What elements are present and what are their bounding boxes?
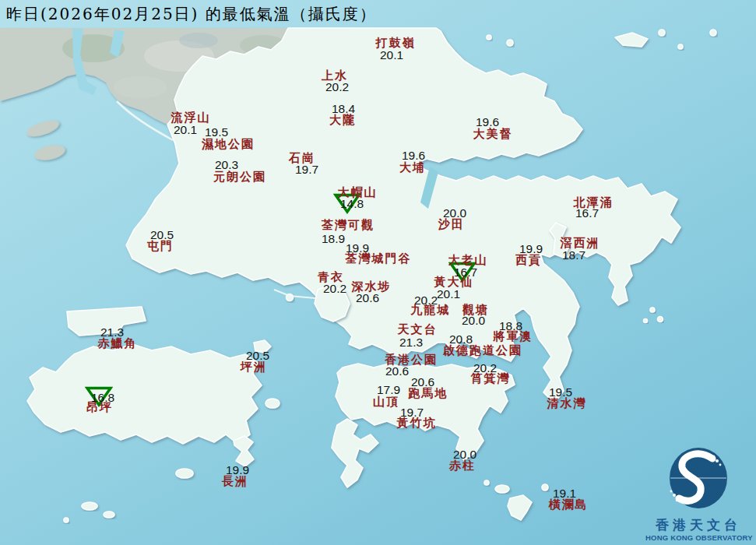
station-min-temp-value: 19.9 bbox=[519, 243, 543, 255]
station-name: 橫瀾島 bbox=[549, 499, 589, 511]
station-min-temp-value: 20.2 bbox=[323, 283, 346, 295]
station-min-temp-value: 19.7 bbox=[295, 164, 318, 176]
station-min-temp-value: 16.7 bbox=[575, 207, 599, 220]
station-min-temp-value: 20.6 bbox=[356, 292, 379, 304]
hko-logo-icon bbox=[645, 446, 751, 515]
station-min-temp-value: 19.9 bbox=[226, 464, 249, 476]
station-name: 坪洲 bbox=[241, 361, 267, 373]
station-min-temp-value: 20.6 bbox=[385, 365, 409, 378]
station-min-temp-value: 21.3 bbox=[399, 336, 423, 349]
station-name: 長洲 bbox=[222, 476, 248, 487]
station-min-temp-value: 20.2 bbox=[325, 81, 349, 93]
station-min-temp-value: 16.8 bbox=[91, 392, 114, 404]
station-min-temp-value: 20.0 bbox=[443, 207, 466, 220]
station-min-temp-value: 20.1 bbox=[380, 49, 403, 62]
station-min-temp-value: 19.6 bbox=[476, 116, 499, 128]
station-name: 沙田 bbox=[438, 219, 465, 230]
station-min-temp-value: 20.0 bbox=[462, 315, 485, 327]
station-name: 屯門 bbox=[147, 241, 174, 252]
station-name: 跑馬地 bbox=[409, 388, 448, 399]
station-name: 赤鱲角 bbox=[98, 338, 138, 350]
station-name: 香港公園 bbox=[385, 354, 438, 366]
station-name: 青衣 bbox=[318, 272, 344, 283]
station-min-temp-value: 18.4 bbox=[332, 103, 355, 115]
station-name: 大美督 bbox=[473, 128, 513, 140]
station-name: 打鼓嶺 bbox=[376, 37, 416, 49]
station-name: 流浮山 bbox=[171, 112, 211, 124]
station-min-temp-value: 18.7 bbox=[562, 249, 585, 262]
station-name: 元朗公園 bbox=[213, 171, 266, 183]
station-name: 濕地公園 bbox=[202, 139, 255, 150]
station-min-temp-value: 20.8 bbox=[449, 333, 473, 346]
hko-logo-chinese-name: 香港天文台 bbox=[645, 518, 751, 533]
station-name: 滘西洲 bbox=[561, 237, 600, 249]
station-name: 西貢 bbox=[515, 255, 542, 266]
station-name: 大埔 bbox=[399, 162, 426, 174]
station-name: 大帽山 bbox=[338, 187, 378, 199]
station-min-temp-value: 20.0 bbox=[453, 448, 476, 461]
station-min-temp-value: 17.9 bbox=[377, 384, 400, 396]
station-name: 天文台 bbox=[398, 324, 438, 336]
station-name: 清水灣 bbox=[547, 398, 587, 410]
station-min-temp-value: 19.7 bbox=[400, 406, 424, 419]
station-min-temp-value: 20.1 bbox=[174, 124, 197, 136]
station-min-temp-value: 19.1 bbox=[553, 487, 576, 500]
station-min-temp-value: 20.6 bbox=[411, 376, 434, 389]
station-name: 荃灣可觀 bbox=[322, 220, 374, 231]
station-name: 深水埗 bbox=[352, 281, 392, 293]
station-name: 大老山 bbox=[448, 255, 488, 266]
station-min-temp-value: 18.8 bbox=[499, 320, 522, 332]
hko-logo: 香港天文台 HONG KONG OBSERVATORY bbox=[645, 446, 751, 542]
station-name: 石崗 bbox=[289, 153, 315, 164]
station-name: 大隴 bbox=[329, 114, 356, 126]
station-min-temp-value: 14.8 bbox=[340, 198, 364, 210]
hko-logo-english-name: HONG KONG OBSERVATORY bbox=[645, 533, 751, 542]
station-name: 黃大仙 bbox=[434, 276, 474, 288]
min-temperature-map: 昨日(2026年02月25日) 的最低氣溫（攝氏度） 打鼓嶺20.1上水20.2… bbox=[0, 0, 756, 545]
station-min-temp-value: 20.1 bbox=[437, 288, 460, 301]
station-min-temp-value: 20.5 bbox=[246, 350, 269, 362]
station-min-temp-value: 19.5 bbox=[205, 126, 228, 139]
station-name: 上水 bbox=[322, 70, 348, 82]
station-min-temp-value: 20.2 bbox=[414, 294, 438, 307]
station-name: 山頂 bbox=[373, 396, 399, 408]
station-min-temp-value: 19.9 bbox=[346, 242, 369, 255]
station-min-temp-value: 20.3 bbox=[215, 159, 238, 171]
station-layer: 打鼓嶺20.1上水20.2大隴18.4大美督19.6大埔19.6流浮山20.1濕… bbox=[0, 0, 756, 545]
station-min-temp-value: 20.5 bbox=[150, 229, 174, 241]
station-min-temp-value: 19.6 bbox=[402, 149, 425, 162]
station-min-temp-value: 18.9 bbox=[322, 233, 345, 245]
station-min-temp-value: 21.3 bbox=[100, 326, 124, 339]
station-name: 啟德跑道公園 bbox=[443, 345, 522, 357]
station-min-temp-value: 20.2 bbox=[473, 362, 497, 374]
station-min-temp-value: 19.5 bbox=[549, 386, 572, 399]
station-name: 赤柱 bbox=[449, 460, 476, 472]
